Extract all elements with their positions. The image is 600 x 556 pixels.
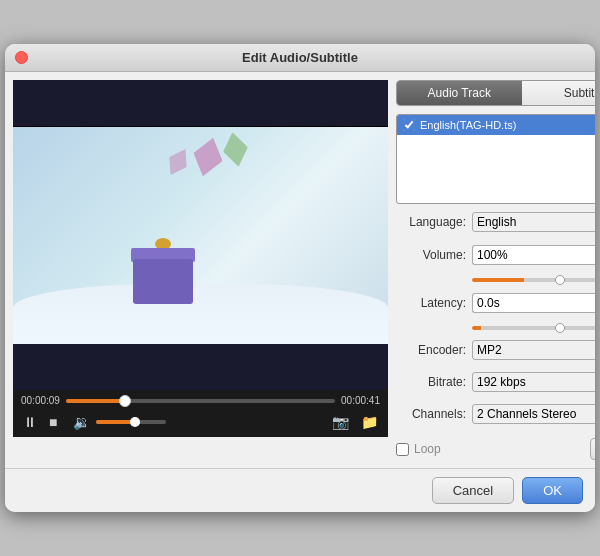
list-item[interactable]: English(TAG-HD.ts) bbox=[397, 115, 595, 135]
channels-row: Channels: 2 Channels Stereo bbox=[396, 404, 595, 424]
cancel-button[interactable]: Cancel bbox=[432, 477, 514, 504]
language-select[interactable]: English bbox=[472, 212, 595, 232]
tab-subtitle[interactable]: Subtitle bbox=[522, 81, 596, 105]
snow-ground bbox=[13, 284, 388, 344]
right-panel: Audio Track Subtitle English(TAG-HD.ts) … bbox=[396, 80, 595, 460]
channels-control: 2 Channels Stereo bbox=[472, 404, 595, 424]
control-buttons: ⏸ ■ 🔉 📷 📁 bbox=[21, 412, 380, 432]
volume-icon: 🔉 bbox=[71, 414, 92, 430]
latency-slider[interactable] bbox=[472, 326, 595, 330]
video-scene bbox=[13, 127, 388, 344]
encoder-select[interactable]: MP2 bbox=[472, 340, 595, 360]
track-label: English(TAG-HD.ts) bbox=[420, 119, 516, 131]
progress-fill bbox=[66, 399, 125, 403]
loop-checkbox[interactable] bbox=[396, 443, 409, 456]
volume-thumb[interactable] bbox=[130, 417, 140, 427]
encoder-control: MP2 bbox=[472, 340, 595, 360]
close-button[interactable] bbox=[15, 51, 28, 64]
crystal-3 bbox=[162, 144, 194, 180]
main-window: Edit Audio/Subtitle bbox=[5, 44, 595, 512]
crystal-1 bbox=[188, 133, 227, 179]
bitrate-row: Bitrate: 192 kbps bbox=[396, 372, 595, 392]
content-area: 00:00:09 00:00:41 ⏸ ■ 🔉 bbox=[5, 72, 595, 468]
loop-reset-row: Loop Reset bbox=[396, 438, 595, 460]
time-total: 00:00:41 bbox=[341, 395, 380, 406]
volume-slider[interactable] bbox=[472, 278, 595, 282]
gift-body bbox=[133, 259, 193, 304]
channels-label: Channels: bbox=[396, 407, 466, 421]
titlebar: Edit Audio/Subtitle bbox=[5, 44, 595, 72]
channels-select[interactable]: 2 Channels Stereo bbox=[472, 404, 595, 424]
bitrate-control: 192 kbps bbox=[472, 372, 595, 392]
language-row: Language: English bbox=[396, 212, 595, 232]
crystal-2 bbox=[220, 130, 251, 169]
progress-thumb[interactable] bbox=[119, 395, 131, 407]
volume-row: Volume: ▲ ▼ bbox=[396, 244, 595, 266]
loop-label: Loop bbox=[414, 442, 441, 456]
track-list-area: English(TAG-HD.ts) + × ▲ ▼ bbox=[396, 114, 595, 204]
progress-track[interactable] bbox=[66, 399, 335, 403]
volume-track[interactable] bbox=[96, 420, 166, 424]
right-icons: 📷 📁 bbox=[330, 414, 380, 430]
language-label: Language: bbox=[396, 215, 466, 229]
volume-spinner: ▲ ▼ bbox=[472, 244, 595, 266]
latency-label: Latency: bbox=[396, 296, 466, 310]
encoder-label: Encoder: bbox=[396, 343, 466, 357]
track-checkbox[interactable] bbox=[403, 119, 415, 131]
window-title: Edit Audio/Subtitle bbox=[242, 50, 358, 65]
ok-button[interactable]: OK bbox=[522, 477, 583, 504]
track-list: English(TAG-HD.ts) bbox=[396, 114, 595, 204]
language-control: English bbox=[472, 212, 595, 232]
volume-label: Volume: bbox=[396, 248, 466, 262]
folder-button[interactable]: 📁 bbox=[359, 414, 380, 430]
volume-slider-row bbox=[396, 278, 595, 282]
volume-section: 🔉 bbox=[71, 414, 166, 430]
progress-row: 00:00:09 00:00:41 bbox=[21, 395, 380, 406]
bitrate-select[interactable]: 192 kbps bbox=[472, 372, 595, 392]
volume-input[interactable] bbox=[472, 245, 595, 265]
time-current: 00:00:09 bbox=[21, 395, 60, 406]
gift-box bbox=[133, 249, 193, 304]
latency-input[interactable] bbox=[472, 293, 595, 313]
latency-slider-row bbox=[396, 326, 595, 330]
reset-button[interactable]: Reset bbox=[590, 438, 595, 460]
left-panel: 00:00:09 00:00:41 ⏸ ■ 🔉 bbox=[13, 80, 388, 460]
bitrate-label: Bitrate: bbox=[396, 375, 466, 389]
snapshot-button[interactable]: 📷 bbox=[330, 414, 351, 430]
latency-row: Latency: ▲ ▼ bbox=[396, 292, 595, 314]
controls-bar: 00:00:09 00:00:41 ⏸ ■ 🔉 bbox=[13, 390, 388, 437]
stop-button[interactable]: ■ bbox=[47, 414, 59, 430]
bottom-bar: Cancel OK bbox=[5, 468, 595, 512]
pause-button[interactable]: ⏸ bbox=[21, 414, 39, 430]
video-preview bbox=[13, 80, 388, 390]
encoder-row: Encoder: MP2 bbox=[396, 340, 595, 360]
latency-spinner: ▲ ▼ bbox=[472, 292, 595, 314]
tab-row: Audio Track Subtitle bbox=[396, 80, 595, 106]
tab-audio-track[interactable]: Audio Track bbox=[397, 81, 522, 105]
video-placeholder bbox=[13, 80, 388, 390]
